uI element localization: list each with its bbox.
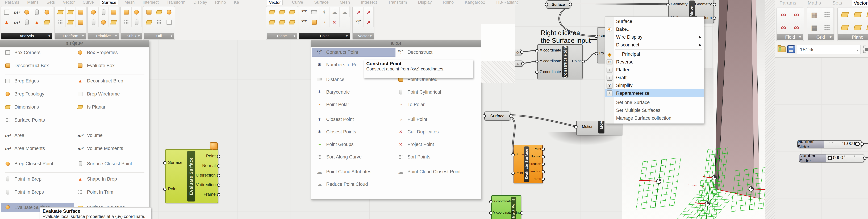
menu-item-closest-point[interactable]: Closest Point	[316, 115, 354, 124]
menu-item-construct-point[interactable]: Construct Point	[316, 48, 358, 57]
move-motion-input-nub[interactable]	[574, 125, 578, 129]
context-item-flatten[interactable]: ↓Flatten	[605, 66, 704, 74]
zoom-extents-icon[interactable]	[862, 45, 868, 54]
menu-item-pull-point[interactable]: Pull Point	[397, 115, 427, 124]
number-slider-track[interactable]: 1.000	[824, 141, 861, 148]
evaluate-surface-component[interactable]: Evaluate SurfaceSurfacePointPointNormalU…	[165, 149, 218, 203]
ribbon-group-label-primitive[interactable]: Primitive▼	[88, 33, 119, 39]
unit-x-icon[interactable]	[363, 7, 374, 17]
evaluate-surface-component-orange-output-nub[interactable]	[541, 163, 545, 166]
radial-grid-icon[interactable]	[820, 8, 834, 21]
menu-item-evaluate-box[interactable]: Evaluate Box	[76, 61, 115, 70]
surface-edge-icon[interactable]	[65, 7, 76, 17]
menu-item-sort-along-curve[interactable]: Sort Along Curve	[316, 153, 362, 161]
construct-plane-icon[interactable]	[851, 8, 864, 21]
reduce-point-cloud-icon[interactable]	[339, 7, 350, 17]
menu-item-surface-points[interactable]: Surface Points	[4, 116, 45, 125]
param-a-output-nub[interactable]	[520, 50, 523, 54]
dropdown-arrow-icon[interactable]: ▼	[115, 34, 117, 38]
shape-in-brep-icon[interactable]	[32, 17, 42, 27]
project-point-icon[interactable]	[329, 17, 340, 27]
context-item-simplify[interactable]: YSimplify	[605, 82, 704, 89]
dropdown-arrow-icon[interactable]: ▼	[137, 34, 140, 38]
evaluate-surface-component-output-nub[interactable]	[217, 155, 220, 158]
evaluate-surface-component-output-nub[interactable]	[217, 164, 220, 168]
deconstruct-point-icon[interactable]	[299, 17, 309, 27]
context-item-reverse[interactable]: ↺Reverse	[605, 58, 704, 66]
tab-intersect[interactable]: Intersect	[359, 0, 379, 5]
tab-display[interactable]: Display	[416, 0, 433, 5]
evaluate-surface-component-orange-input-nub[interactable]	[512, 153, 515, 156]
number-slider-track[interactable]: 0.000	[826, 155, 864, 162]
menu-item-brep-topology[interactable]: Brep Topology	[4, 89, 44, 98]
cylinder-icon[interactable]	[98, 7, 109, 17]
construct-point-component-input-nub[interactable]	[535, 49, 538, 52]
menu-item-point-cloud-attributes[interactable]: Point Cloud Attributes	[316, 167, 371, 176]
menu-item-deconstruct[interactable]: Deconstruct	[397, 48, 432, 57]
ribbon-group-label-point[interactable]: Point▼	[299, 33, 350, 39]
evaluate-surface-component-orange-output-nub[interactable]	[541, 170, 545, 173]
slider-output-nub[interactable]	[861, 142, 864, 146]
pull-point-icon[interactable]	[319, 17, 330, 27]
evaluate-surface-component-orange-output-nub[interactable]	[541, 177, 545, 181]
menu-item-point-cloud-closest-point[interactable]: Point Cloud Closest Point	[397, 167, 461, 176]
surface-param-node-input-nub[interactable]	[483, 114, 486, 117]
evaluate-surface-component-input-nub[interactable]	[163, 188, 166, 191]
sphere-icon[interactable]	[98, 17, 109, 27]
evaluate-surface-component-input-nub[interactable]	[163, 161, 166, 165]
param-b-output-nub[interactable]	[521, 62, 524, 65]
hexagonal-grid-icon[interactable]	[808, 21, 821, 34]
align-plane-icon[interactable]	[838, 21, 851, 34]
move-component-input-nub[interactable]	[666, 3, 670, 6]
plane-origin-icon[interactable]	[287, 7, 297, 17]
tab-rhino[interactable]: Rhino	[213, 0, 228, 5]
menu-item-point-cylindrical[interactable]: Point Cylindrical	[397, 88, 441, 97]
dropdown-arrow-icon[interactable]: ▼	[369, 34, 372, 38]
construct-point-component-green[interactable]: Construct PointX coordinateY coordinateP…	[491, 195, 521, 219]
context-item-wire-display[interactable]: Wire Display▶	[605, 33, 704, 41]
tab-sets[interactable]: Sets	[831, 0, 844, 6]
rotate-plane-icon[interactable]	[287, 17, 297, 27]
point-cloud-attributes-icon[interactable]	[329, 7, 340, 17]
tab-rhino[interactable]: Rhino	[441, 0, 456, 5]
menu-item-project-point[interactable]: Project Point	[397, 140, 434, 149]
tab-display[interactable]: Display	[192, 0, 209, 5]
hidden-surface-input-nub[interactable]	[595, 35, 598, 38]
construct-point-icon[interactable]	[299, 7, 309, 17]
point-in-brep-icon[interactable]	[32, 7, 42, 17]
menu-item-point-polar[interactable]: Point Polar	[316, 100, 349, 109]
menu-item-point-in-trim[interactable]: Point In Trim	[76, 188, 113, 196]
evaluate-surface-icon[interactable]	[42, 7, 52, 17]
vector-2pt-icon[interactable]	[353, 7, 364, 17]
open-file-icon[interactable]	[777, 44, 786, 55]
number-slider[interactable]: Number Slider1.000	[797, 140, 862, 148]
menu-item-deconstruct-brep[interactable]: Deconstruct Brep	[76, 77, 123, 85]
context-item-set-multiple-surfaces[interactable]: Set Multiple Surfaces	[605, 106, 704, 114]
menu-item-to-polar[interactable]: To Polar	[397, 100, 425, 109]
move-component-output-nub[interactable]	[713, 17, 716, 20]
menu-item-point-in-breps[interactable]: Point In Breps	[4, 188, 44, 196]
box-rect-icon[interactable]	[108, 7, 119, 17]
context-item-principal[interactable]: Principal	[605, 50, 704, 58]
context-item-set-one-surface[interactable]: Set one Surface	[605, 99, 704, 106]
surface-param-node-output-nub[interactable]	[509, 114, 512, 117]
move-component-output-nub[interactable]	[713, 3, 716, 6]
ribbon-group-label-analysis[interactable]: Analysis▼	[1, 33, 52, 39]
combo-chevron-icon[interactable]: ∨	[856, 48, 859, 52]
evaluate-surface-component-orange-output-nub[interactable]	[541, 155, 545, 159]
volume-icon[interactable]	[12, 17, 22, 27]
tab-ka[interactable]: Ka	[232, 0, 241, 5]
tab-params[interactable]: Params	[3, 0, 21, 5]
number-slider[interactable]: Number Slider0.000	[799, 154, 864, 162]
menu-item-area-moments[interactable]: Area Moments	[4, 144, 45, 153]
menu-item-brep-wireframe[interactable]: Brep Wireframe	[76, 89, 120, 98]
tab-maths[interactable]: Maths	[806, 0, 823, 6]
menu-item-is-planar[interactable]: Is Planar	[76, 103, 105, 111]
tab-maths[interactable]: Maths	[26, 0, 40, 5]
evaluate-surface-component-output-nub[interactable]	[217, 193, 220, 196]
menu-item-distance[interactable]: Distance	[316, 75, 344, 84]
tab-vector[interactable]: Vector	[267, 0, 283, 5]
box-corners-icon[interactable]	[2, 7, 12, 17]
construct-plane-icon[interactable]	[277, 7, 287, 17]
dropdown-arrow-icon[interactable]: ▼	[829, 35, 832, 39]
